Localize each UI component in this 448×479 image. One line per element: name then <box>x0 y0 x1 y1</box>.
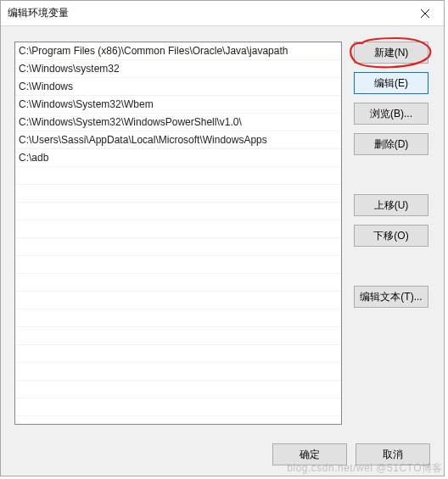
list-item-empty[interactable] <box>15 345 341 363</box>
list-item-empty[interactable] <box>15 292 341 309</box>
list-item[interactable]: C:\adb <box>15 149 341 167</box>
browse-button[interactable]: 浏览(B)... <box>354 103 428 125</box>
list-item-empty[interactable] <box>15 309 341 327</box>
list-item[interactable]: C:\Windows <box>15 78 341 96</box>
ok-button[interactable]: 确定 <box>272 443 347 465</box>
dialog-content: C:\Program Files (x86)\Common Files\Orac… <box>1 26 444 433</box>
cancel-button[interactable]: 取消 <box>356 443 430 465</box>
list-item-empty[interactable] <box>15 238 341 256</box>
path-listbox[interactable]: C:\Program Files (x86)\Common Files\Orac… <box>14 42 342 425</box>
list-item[interactable]: C:\Program Files (x86)\Common Files\Orac… <box>15 42 341 60</box>
list-item[interactable]: C:\Windows\System32\WindowsPowerShell\v1… <box>15 114 341 131</box>
list-item-empty[interactable] <box>15 185 341 203</box>
close-button[interactable] <box>406 1 444 25</box>
list-item-empty[interactable] <box>15 256 341 274</box>
move-up-button[interactable]: 上移(U) <box>354 194 428 216</box>
list-item-empty[interactable] <box>15 398 341 416</box>
list-item-empty[interactable] <box>15 220 341 238</box>
list-item-empty[interactable] <box>15 381 341 398</box>
edit-text-button[interactable]: 编辑文本(T)... <box>354 286 428 308</box>
list-item[interactable]: C:\Windows\System32\Wbem <box>15 96 341 114</box>
delete-button[interactable]: 删除(D) <box>354 133 428 155</box>
side-button-column: 新建(N) 编辑(E) 浏览(B)... 删除(D) 上移(U) 下移(O) 编… <box>354 42 430 425</box>
window-title: 编辑环境变量 <box>8 6 69 20</box>
list-item[interactable]: C:\Users\Sassi\AppData\Local\Microsoft\W… <box>15 131 341 149</box>
list-item-empty[interactable] <box>15 327 341 345</box>
edit-button[interactable]: 编辑(E) <box>354 72 428 94</box>
list-item-empty[interactable] <box>15 203 341 220</box>
list-item-empty[interactable] <box>15 274 341 292</box>
list-item[interactable]: C:\Windows\system32 <box>15 60 341 78</box>
new-button[interactable]: 新建(N) <box>354 42 428 64</box>
list-item-empty[interactable] <box>15 363 341 381</box>
close-icon <box>421 9 429 18</box>
environment-variable-dialog: 编辑环境变量 C:\Program Files (x86)\Common Fil… <box>0 0 445 476</box>
dialog-footer: 确定 取消 <box>1 433 444 476</box>
titlebar: 编辑环境变量 <box>1 1 444 26</box>
list-item-empty[interactable] <box>15 167 341 185</box>
move-down-button[interactable]: 下移(O) <box>354 225 428 247</box>
